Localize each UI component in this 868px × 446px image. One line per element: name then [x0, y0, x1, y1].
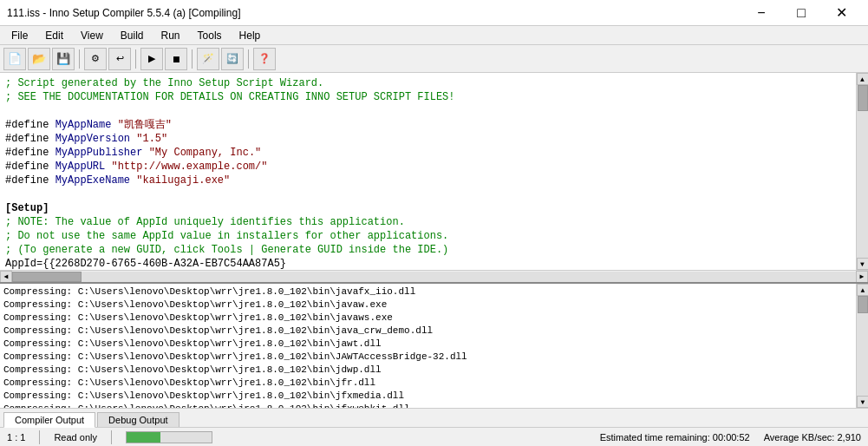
undo-button[interactable]: ↩: [108, 48, 131, 70]
menu-bar: File Edit View Build Run Tools Help: [0, 26, 868, 45]
kb-sec: Average KB/sec: 2,910: [764, 432, 861, 443]
scroll-down-arrow[interactable]: ▼: [857, 258, 869, 270]
status-sep-2: [111, 430, 112, 444]
toolbar-separator-1: [79, 49, 80, 69]
editor-container: ; Script generated by the Inno Setup Scr…: [0, 73, 868, 282]
tab-compiler-output[interactable]: Compiler Output: [3, 412, 95, 428]
menu-help[interactable]: Help: [232, 27, 269, 44]
minimize-button[interactable]: −: [741, 0, 781, 26]
hscroll-thumb[interactable]: [12, 272, 82, 282]
run-button[interactable]: ▶: [140, 48, 163, 70]
editor-content[interactable]: ; Script generated by the Inno Setup Scr…: [0, 73, 856, 270]
editor-area: ; Script generated by the Inno Setup Scr…: [0, 73, 868, 270]
menu-tools[interactable]: Tools: [190, 27, 230, 44]
scroll-thumb[interactable]: [858, 85, 868, 111]
log-content[interactable]: Compressing: C:\Users\lenovo\Desktop\wrr…: [0, 284, 856, 408]
save-button[interactable]: 💾: [52, 48, 75, 70]
tab-debug-output[interactable]: Debug Output: [97, 412, 179, 427]
progress-bar: [126, 431, 212, 443]
menu-run[interactable]: Run: [153, 27, 188, 44]
log-scroll-up[interactable]: ▲: [857, 284, 868, 296]
log-area: Compressing: C:\Users\lenovo\Desktop\wrr…: [0, 282, 868, 408]
editor-scrollbar-horizontal[interactable]: ◀ ▶: [0, 270, 868, 282]
toolbar-separator-2: [135, 49, 136, 69]
maximize-button[interactable]: □: [781, 0, 821, 26]
title-bar: 111.iss - Inno Setup Compiler 5.5.4 (a) …: [0, 0, 868, 26]
title-text: 111.iss - Inno Setup Compiler 5.5.4 (a) …: [7, 7, 741, 19]
hscroll-track[interactable]: [12, 272, 856, 282]
toolbar-separator-4: [248, 49, 249, 69]
wizard-button[interactable]: 🪄: [197, 48, 219, 70]
read-only-indicator: Read only: [54, 432, 97, 443]
editor-scrollbar-vertical[interactable]: ▲ ▼: [856, 73, 868, 270]
output-tabs: Compiler Output Debug Output: [0, 408, 868, 427]
window-controls: − □ ✕: [741, 0, 861, 26]
hscroll-left-arrow[interactable]: ◀: [0, 271, 12, 283]
help-button[interactable]: ❓: [253, 48, 276, 70]
status-right: Estimated time remaining: 00:00:52 Avera…: [600, 432, 861, 443]
progress-bar-fill: [127, 432, 160, 443]
open-button[interactable]: 📂: [28, 48, 50, 70]
cursor-position: 1 : 1: [7, 432, 25, 443]
close-button[interactable]: ✕: [821, 0, 861, 26]
menu-build[interactable]: Build: [113, 27, 152, 44]
log-scroll-down[interactable]: ▼: [857, 396, 868, 408]
menu-edit[interactable]: Edit: [37, 27, 71, 44]
stop-button[interactable]: ⏹: [165, 48, 187, 70]
new-button[interactable]: 📄: [3, 48, 26, 70]
scroll-track[interactable]: [857, 85, 868, 258]
menu-file[interactable]: File: [3, 27, 36, 44]
compile-button[interactable]: ⚙: [84, 48, 107, 70]
toolbar-separator-3: [192, 49, 193, 69]
refresh-button[interactable]: 🔄: [221, 48, 244, 70]
log-scrollbar[interactable]: ▲ ▼: [856, 284, 868, 408]
log-scroll-thumb[interactable]: [858, 296, 868, 313]
status-sep-1: [39, 430, 40, 444]
hscroll-right-arrow[interactable]: ▶: [856, 271, 868, 283]
status-bar: 1 : 1 Read only Estimated time remaining…: [0, 427, 868, 446]
time-remaining: Estimated time remaining: 00:00:52: [600, 432, 750, 443]
scroll-up-arrow[interactable]: ▲: [857, 73, 869, 85]
toolbar: 📄 📂 💾 ⚙ ↩ ▶ ⏹ 🪄 🔄 ❓: [0, 45, 868, 73]
menu-view[interactable]: View: [73, 27, 111, 44]
log-scroll-track[interactable]: [857, 296, 868, 396]
